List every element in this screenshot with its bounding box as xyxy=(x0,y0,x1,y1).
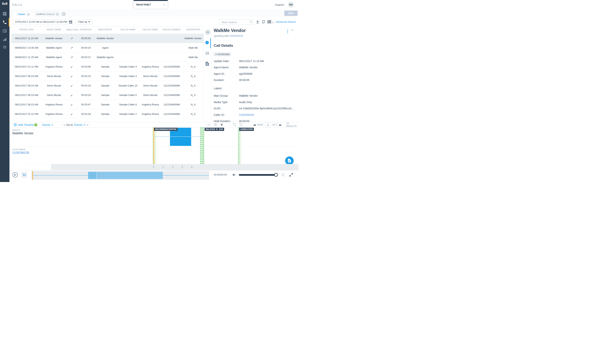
refresh-icon[interactable] xyxy=(261,20,266,24)
page-of-label: OF 2 xyxy=(272,124,277,126)
col-duration[interactable]: DURATION xyxy=(77,28,95,31)
timeline-playhead[interactable] xyxy=(154,127,154,170)
prev-page-button[interactable]: ◀◀ xyxy=(253,124,255,126)
volume-slider[interactable] xyxy=(239,174,276,176)
user-avatar[interactable]: WS xyxy=(288,2,294,8)
cell-dialed-number: 112233445566 xyxy=(160,113,183,116)
event-label-ess[interactable]: ESS xyxy=(218,128,224,131)
page-number-input[interactable]: 1 xyxy=(265,123,271,127)
date-range-input[interactable]: 07/01/2017 12:00 AM to 08/11/2017 11:59 … xyxy=(13,19,74,25)
zoom-in-button[interactable]: + xyxy=(220,123,223,127)
center-playhead-icon[interactable] xyxy=(214,123,217,127)
detail-field-label: Duration: xyxy=(214,78,239,82)
event-label-deleted[interactable]: DELETED xyxy=(205,128,216,131)
tab-close-icon[interactable]: × xyxy=(27,13,30,16)
col-called-name[interactable]: CALLED NAME xyxy=(140,28,160,31)
chevron-down-icon[interactable] xyxy=(163,3,165,6)
calendar-icon[interactable] xyxy=(69,20,72,24)
detail-field-value-link[interactable]: 5108286039 xyxy=(239,113,254,116)
eye-icon[interactable] xyxy=(14,123,17,126)
col-agent-name[interactable]: AGENT NAME xyxy=(42,28,66,31)
timeline-scrollbar-thumb[interactable] xyxy=(26,164,51,170)
event-label-completed[interactable]: COMPLETED xyxy=(239,128,254,131)
table-row[interactable]: 08/08/2017 11:25 AMWalkMe Agent↗00:00:27… xyxy=(11,53,204,62)
events-dropdown[interactable]: Events xyxy=(42,122,53,128)
volume-icon[interactable] xyxy=(232,173,236,177)
call-details-list: Update Date:08/11/2017 11:15 AMAgent Nam… xyxy=(214,58,297,122)
advanced-search-link[interactable]: Advanced Search xyxy=(275,20,296,23)
tab-sample-calls[interactable]: SAMPLE CALLS × xyxy=(36,11,59,17)
detail-field-row: Caller ID:5108286039 xyxy=(214,112,297,118)
table-row[interactable]: 08/22/2017 01:10 PMAngelica Rivera↙00:04… xyxy=(11,109,204,119)
survey-nav-icon[interactable] xyxy=(2,29,7,33)
player-playhead[interactable] xyxy=(32,171,33,180)
support-link[interactable]: Support xyxy=(275,3,284,6)
table-row[interactable]: 08/22/2017 01:11 PMAngelica Rivera↙00:03… xyxy=(11,62,204,71)
dashboard-icon[interactable] xyxy=(2,12,7,16)
col-update-date[interactable]: UPDATE DATE xyxy=(11,28,42,31)
help-badge[interactable]: ? xyxy=(34,123,37,126)
tab-close-icon[interactable]: × xyxy=(56,13,59,15)
hide-timeline-button[interactable]: Hide Timeline xyxy=(18,122,34,128)
table-row[interactable]: 08/11/2017 08:23 AMAngelica Rivera↙00:03… xyxy=(11,100,204,109)
collapse-player-icon[interactable] xyxy=(281,172,285,177)
cell-dialed-number: 112233445566 xyxy=(160,94,183,96)
notes-fab-button[interactable] xyxy=(285,156,294,165)
col-supervisor[interactable]: SUPERVISOR xyxy=(183,28,204,31)
logo-8x8: 8x8 xyxy=(0,2,9,6)
waveform-loud-segment xyxy=(88,172,163,179)
direction-arrow: ↙ xyxy=(66,112,77,116)
table-row[interactable]: 08/11/2017 11:15 AMWalkMe Vendor↗00:00:0… xyxy=(11,34,204,43)
col-direction[interactable]: DIRECTION↑ xyxy=(66,28,77,31)
event-label-recordingstarted[interactable]: RECORDINGSTARTED xyxy=(154,128,178,131)
analytics-nav-icon[interactable] xyxy=(2,37,7,42)
incoming-call-icon[interactable] xyxy=(232,123,236,127)
kebab-menu-icon[interactable] xyxy=(287,30,288,34)
agent-row-name: WalkMe Vendor xyxy=(12,132,33,135)
chevron-down-icon[interactable] xyxy=(84,124,85,125)
col-dialed-number[interactable]: DIALED NUMBER xyxy=(160,28,183,31)
detail-field-row: Hold Duration:00:00:00 xyxy=(214,118,297,122)
next-event-button[interactable]: ▶▶ xyxy=(86,124,88,126)
need-help-popup[interactable]: Need Help? xyxy=(134,0,168,9)
download-icon[interactable] xyxy=(256,20,260,24)
info-tab-icon[interactable]: i xyxy=(205,41,209,44)
outgoing-call-icon[interactable] xyxy=(239,123,243,127)
customer-number-link[interactable]: 5108286039 xyxy=(12,151,29,155)
table-row[interactable]: 08/11/2017 08:23 AMDenis Murad↙00:03:15S… xyxy=(11,71,204,81)
basic-search-field[interactable] xyxy=(219,19,254,25)
volume-slider-knob[interactable] xyxy=(274,173,278,177)
table-row[interactable]: 08/11/2017 08:23 AMDenis Murad↙00:03:24S… xyxy=(11,90,204,100)
columns-icon[interactable] xyxy=(268,20,271,23)
cell-dialed-number: 112233445566 xyxy=(160,75,183,77)
axis-tick-label: 4 xyxy=(189,166,194,169)
cell-update-date: 08/08/2017 10:45 AM xyxy=(11,46,42,49)
caller-number-link[interactable]: 5108286039 xyxy=(229,34,243,37)
tab-today[interactable]: TODAY × xyxy=(12,11,35,17)
settings-gear-icon[interactable]: ⚙ xyxy=(2,45,7,49)
cell-agent-name: WalkMe Agent xyxy=(42,56,66,59)
save-button[interactable]: Save xyxy=(284,11,298,16)
search-input[interactable] xyxy=(221,20,251,25)
expand-player-icon[interactable] xyxy=(289,172,293,177)
next-page-button[interactable]: ▶▶ xyxy=(279,124,281,126)
prev-event-button[interactable]: ◀◀ xyxy=(63,124,65,126)
goto-target-dropdown[interactable]: Events xyxy=(74,123,82,126)
table-row[interactable]: 08/08/2017 10:45 AMWalkMe Agent↗00:00:15… xyxy=(11,43,204,53)
notes-tab-icon[interactable] xyxy=(205,62,209,66)
results-count: 13 RESULTS xyxy=(286,122,298,128)
table-row[interactable]: 08/11/2017 08:23 AMDenis Murad↙00:03:18S… xyxy=(11,81,204,90)
agent-row-label: AGENT xyxy=(12,129,20,131)
col-caller-name[interactable]: CALLER NAME xyxy=(116,28,140,31)
detail-field-label: Caller ID: xyxy=(214,113,239,116)
calls-nav-icon[interactable] xyxy=(2,20,7,25)
transactions-tab-icon[interactable] xyxy=(205,51,209,55)
close-icon[interactable]: × xyxy=(291,28,294,32)
playback-speed-button[interactable]: 1x xyxy=(21,172,27,178)
zoom-out-button[interactable] xyxy=(207,125,211,125)
cell-dialed-number: 112233445566 xyxy=(160,65,183,68)
col-main-group[interactable]: MAIN GROUP xyxy=(95,28,116,31)
add-tab-button[interactable]: + xyxy=(62,12,66,16)
play-button[interactable] xyxy=(12,172,18,178)
direction-arrow: ↙ xyxy=(66,75,77,78)
